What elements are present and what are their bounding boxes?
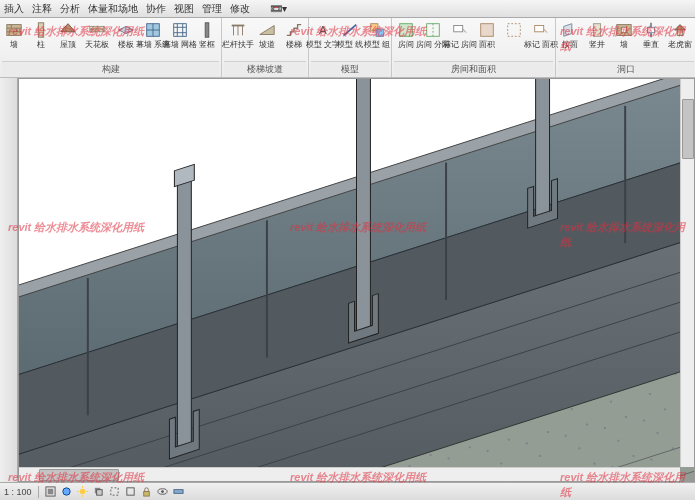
scrollbar-thumb[interactable]: [682, 99, 694, 159]
panel-title: 房间和面积: [394, 61, 553, 77]
menu-item[interactable]: 分析: [60, 2, 80, 16]
horizontal-scrollbar[interactable]: [19, 467, 680, 481]
lock-icon[interactable]: [141, 486, 153, 498]
properties-panel[interactable]: [0, 78, 18, 482]
tool-room-sep[interactable]: 房间 分隔: [421, 20, 445, 49]
tool-wall-open[interactable]: 墙: [612, 20, 636, 49]
panel-room: 房间 房间 分隔 标记 房间 面积 标记 面积 房间和面积: [392, 18, 556, 77]
tool-label: 楼板: [118, 41, 134, 49]
mullion-icon: [197, 20, 217, 40]
ribbon: 墙 柱 屋顶 天花板 楼板 幕墙 系统 幕墙 网格 竖框 构建 栏杆扶手 坡道 …: [0, 18, 695, 78]
tool-tag-room[interactable]: 标记 房间: [448, 20, 472, 49]
svg-rect-87: [174, 490, 183, 494]
tool-tag-area[interactable]: 标记 面积: [529, 20, 553, 49]
tool-model-group[interactable]: 模型 组: [365, 20, 389, 49]
tool-label: 天花板: [85, 41, 109, 49]
tool-by-face[interactable]: 按面: [558, 20, 582, 49]
crop-visible-icon[interactable]: [125, 486, 137, 498]
sun-path-icon[interactable]: [77, 486, 89, 498]
detail-level-icon[interactable]: [45, 486, 57, 498]
crop-view-icon[interactable]: [109, 486, 121, 498]
panel-opening: 按面 竖井 墙 垂直 老虎窗 洞口: [556, 18, 695, 77]
tool-label: 墙: [10, 41, 18, 49]
tool-shaft[interactable]: 竖井: [585, 20, 609, 49]
tool-label: 坡道: [259, 41, 275, 49]
tool-label: 栏杆扶手: [222, 41, 254, 49]
tool-curtain-grid[interactable]: 幕墙 网格: [168, 20, 192, 49]
temp-hide-icon[interactable]: [157, 486, 169, 498]
tool-label: 垂直: [643, 41, 659, 49]
tool-curtain-sys[interactable]: 幕墙 系统: [141, 20, 165, 49]
shadows-icon[interactable]: [93, 486, 105, 498]
svg-rect-33: [481, 24, 494, 37]
vertical-scrollbar[interactable]: [680, 79, 694, 467]
area-icon: [477, 20, 497, 40]
tool-stair[interactable]: 楼梯: [282, 20, 306, 49]
tool-floor[interactable]: 楼板: [114, 20, 138, 49]
svg-rect-13: [174, 24, 187, 37]
svg-rect-5: [38, 23, 43, 37]
panel-circ: 栏杆扶手 坡道 楼梯 楼梯坡道: [222, 18, 309, 77]
tool-vertical[interactable]: 垂直: [639, 20, 663, 49]
tool-wall[interactable]: 墙: [2, 20, 26, 49]
reveal-icon[interactable]: [173, 486, 185, 498]
tool-ramp[interactable]: 坡道: [255, 20, 279, 49]
svg-line-36: [544, 29, 548, 33]
tool-ceiling[interactable]: 天花板: [83, 20, 111, 49]
menu-item[interactable]: 体量和场地: [88, 2, 138, 16]
svg-rect-38: [593, 24, 600, 37]
svg-rect-31: [454, 26, 463, 32]
by-face-icon: [560, 20, 580, 40]
tool-column[interactable]: 柱: [29, 20, 53, 49]
tool-label: 幕墙 网格: [163, 41, 197, 49]
curtain-sys-icon: [143, 20, 163, 40]
svg-rect-27: [376, 29, 383, 36]
svg-rect-8: [90, 29, 104, 32]
tool-label: 墙: [620, 41, 628, 49]
menu-item[interactable]: 注释: [32, 2, 52, 16]
svg-text:A: A: [319, 23, 327, 36]
tool-label: 楼梯: [286, 41, 302, 49]
tool-label: 模型 组: [364, 41, 390, 49]
svg-rect-18: [205, 23, 209, 37]
panel-title: 模型: [311, 61, 389, 77]
stair-icon: [284, 20, 304, 40]
tool-label: 模型 线: [337, 41, 363, 49]
tool-model-line[interactable]: 模型 线: [338, 20, 362, 49]
tool-label: 标记 面积: [524, 41, 558, 49]
menu-item[interactable]: 视图: [174, 2, 194, 16]
scale-label[interactable]: 1 : 100: [4, 487, 32, 497]
status-bar: 1 : 100: [0, 482, 695, 500]
ceiling-icon: [87, 20, 107, 40]
svg-rect-83: [127, 488, 134, 495]
tool-roof[interactable]: 屋顶: [56, 20, 80, 49]
ramp-icon: [257, 20, 277, 40]
tool-area[interactable]: 面积: [475, 20, 499, 49]
3d-view[interactable]: [18, 78, 695, 482]
svg-marker-23: [260, 26, 274, 35]
tool-dormer[interactable]: 老虎窗: [666, 20, 694, 49]
tool-label: 按面: [562, 41, 578, 49]
tool-mullion[interactable]: 竖框: [195, 20, 219, 49]
model-group-icon: [367, 20, 387, 40]
tool-area-bound[interactable]: [502, 20, 526, 41]
svg-rect-0: [7, 25, 21, 36]
svg-line-32: [463, 29, 467, 33]
svg-point-75: [80, 489, 86, 495]
menu-item[interactable]: 修改: [230, 2, 250, 16]
menu-item[interactable]: 管理: [202, 2, 222, 16]
svg-marker-9: [119, 26, 133, 33]
column-icon: [31, 20, 51, 40]
svg-rect-40: [621, 27, 626, 32]
visual-style-icon[interactable]: [61, 486, 73, 498]
svg-rect-73: [48, 489, 54, 495]
tool-railing[interactable]: 栏杆扶手: [224, 20, 252, 49]
tool-model-text[interactable]: A模型 文字: [311, 20, 335, 49]
tool-room[interactable]: 房间: [394, 20, 418, 49]
tool-label: 模型 文字: [306, 41, 340, 49]
menu-item[interactable]: 插入: [4, 2, 24, 16]
menu-item[interactable]: 协作: [146, 2, 166, 16]
scrollbar-thumb[interactable]: [39, 469, 119, 481]
tool-label: 面积: [479, 41, 495, 49]
tool-label: 屋顶: [60, 41, 76, 49]
